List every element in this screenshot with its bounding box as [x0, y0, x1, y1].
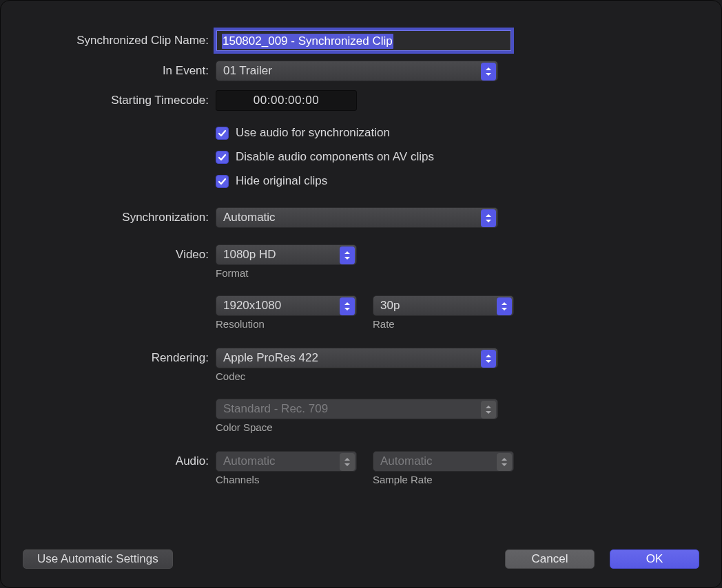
- label-audio: Audio:: [1, 451, 216, 468]
- updown-icon: [497, 297, 512, 315]
- checkbox-disable-av-label: Disable audio components on AV clips: [236, 150, 434, 164]
- rendering-codec-popup[interactable]: Apple ProRes 422: [216, 348, 498, 368]
- updown-icon: [481, 350, 496, 368]
- updown-icon: [340, 453, 355, 471]
- cancel-button[interactable]: Cancel: [505, 549, 595, 569]
- checkbox-group: Use audio for synchronization Disable au…: [216, 125, 434, 189]
- caption-resolution: Resolution: [216, 318, 357, 330]
- video-resolution-popup[interactable]: 1920x1080: [216, 295, 357, 316]
- updown-icon: [481, 209, 496, 227]
- video-resolution-value: 1920x1080: [223, 299, 281, 313]
- updown-icon: [481, 401, 496, 419]
- use-automatic-settings-button[interactable]: Use Automatic Settings: [23, 549, 173, 569]
- label-video: Video:: [1, 244, 216, 262]
- video-format-value: 1080p HD: [223, 248, 276, 262]
- audio-channels-value: Automatic: [223, 454, 276, 468]
- video-rate-value: 30p: [380, 299, 400, 313]
- synchronization-popup[interactable]: Automatic: [216, 207, 498, 228]
- rendering-colorspace-popup[interactable]: Standard - Rec. 709: [216, 399, 498, 419]
- label-rendering: Rendering:: [1, 348, 216, 365]
- label-starting-tc: Starting Timecode:: [1, 94, 216, 107]
- updown-icon: [481, 63, 496, 81]
- audio-samplerate-popup[interactable]: Automatic: [373, 451, 514, 472]
- caption-rate: Rate: [373, 318, 514, 330]
- video-format-popup[interactable]: 1080p HD: [216, 244, 357, 265]
- audio-samplerate-value: Automatic: [380, 454, 433, 468]
- updown-icon: [497, 453, 512, 471]
- rendering-codec-value: Apple ProRes 422: [223, 351, 318, 365]
- checkbox-hide-original-label: Hide original clips: [236, 174, 327, 188]
- in-event-popup[interactable]: 01 Trailer: [216, 61, 498, 81]
- in-event-value: 01 Trailer: [223, 64, 272, 78]
- ok-button[interactable]: OK: [610, 549, 699, 569]
- checkbox-disable-av[interactable]: [216, 151, 229, 164]
- clip-name-input[interactable]: 150802_009 - Synchronized Clip: [216, 30, 512, 52]
- form: Synchronized Clip Name: 150802_009 - Syn…: [1, 30, 721, 487]
- updown-icon: [340, 246, 355, 264]
- dialog-footer: Use Automatic Settings Cancel OK: [1, 547, 721, 571]
- checkbox-hide-original[interactable]: [216, 175, 229, 188]
- label-in-event: In Event:: [1, 64, 216, 78]
- label-synchronization: Synchronization:: [1, 211, 216, 224]
- caption-channels: Channels: [216, 474, 357, 485]
- caption-color-space: Color Space: [216, 421, 498, 433]
- starting-tc-value: 00:00:00:00: [254, 94, 319, 107]
- rendering-colorspace-value: Standard - Rec. 709: [223, 402, 328, 416]
- starting-timecode-input[interactable]: 00:00:00:00: [216, 90, 357, 111]
- caption-format: Format: [216, 267, 249, 279]
- caption-sample-rate: Sample Rate: [373, 474, 514, 485]
- synchronization-value: Automatic: [223, 211, 276, 224]
- audio-channels-popup[interactable]: Automatic: [216, 451, 357, 472]
- updown-icon: [340, 297, 355, 315]
- clip-name-value: 150802_009 - Synchronized Clip: [222, 34, 393, 49]
- video-rate-popup[interactable]: 30p: [373, 295, 514, 316]
- checkbox-use-audio-label: Use audio for synchronization: [236, 126, 390, 140]
- checkbox-use-audio[interactable]: [216, 127, 229, 140]
- synchronize-clips-dialog: Synchronized Clip Name: 150802_009 - Syn…: [0, 0, 722, 588]
- caption-codec: Codec: [216, 370, 245, 382]
- label-clip-name: Synchronized Clip Name:: [1, 34, 216, 48]
